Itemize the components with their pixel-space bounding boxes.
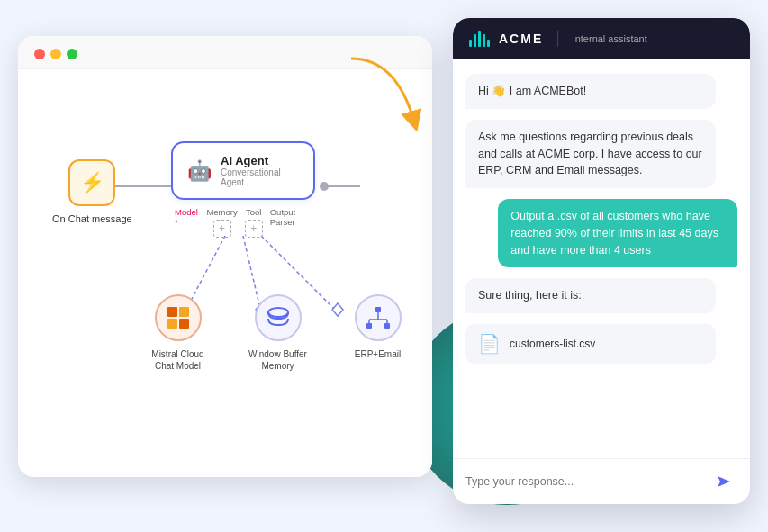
acme-logo (469, 31, 490, 47)
svg-rect-13 (167, 319, 177, 329)
svg-rect-14 (179, 319, 189, 329)
memory-sub-item: Memory + (206, 207, 237, 238)
agent-icon: 🤖 (187, 159, 212, 183)
bot-reply-message: Sure thing, here it is: (465, 278, 716, 313)
mistral-node: Mistral Cloud Chat Model (144, 294, 212, 372)
output-parser-sub-item: Output Parser (270, 207, 315, 227)
info-text: Ask me questions regarding previous deal… (478, 131, 702, 177)
erp-email-node: ERP+Email (344, 294, 411, 372)
file-icon: 📄 (478, 333, 501, 355)
buffer-icon (255, 294, 302, 341)
brand-name: ACME (499, 32, 543, 46)
output-parser-label: Output Parser (270, 207, 315, 227)
mistral-label: Mistral Cloud Chat Model (144, 348, 212, 372)
reply-text: Sure thing, here it is: (478, 289, 582, 302)
tool-label: Tool (246, 207, 261, 217)
chat-input[interactable] (465, 475, 703, 488)
chat-header: ACME internal assistant (453, 18, 750, 59)
model-sub-item: Model * (175, 207, 199, 227)
query-text: Output a .csv of all customers who have … (510, 210, 718, 257)
minimize-dot[interactable] (50, 49, 61, 59)
mistral-icon (155, 294, 202, 341)
filename: customers-list.csv (510, 338, 595, 350)
erp-label: ERP+Email (355, 348, 401, 360)
bar5 (487, 40, 490, 47)
bar1 (469, 40, 472, 47)
memory-label: Memory (206, 207, 237, 217)
bar3 (478, 31, 481, 47)
svg-rect-11 (167, 307, 177, 317)
send-button[interactable] (710, 468, 737, 495)
greeting-text: Hi 👋 I am ACMEBot! (478, 85, 586, 97)
model-label: Model * (175, 207, 199, 227)
trigger-icon: ⚡ (68, 159, 115, 206)
agent-subtitle: Conversational Agent (221, 167, 299, 187)
trigger-node: ⚡ On Chat message (52, 159, 132, 224)
workflow-canvas: ⚡ On Chat message 🤖 AI Agent Conversatio… (18, 69, 432, 473)
chat-panel: ACME internal assistant Hi 👋 I am ACMEBo… (453, 18, 750, 504)
workflow-connections-svg (18, 69, 432, 473)
buffer-memory-node: Window Buffer Memory (244, 294, 312, 372)
agent-box: 🤖 AI Agent Conversational Agent (171, 141, 315, 200)
header-subtitle: internal assistant (573, 33, 647, 44)
header-divider (557, 31, 558, 47)
tool-sub-item: Tool + (245, 207, 263, 238)
svg-rect-16 (375, 307, 381, 312)
svg-rect-12 (179, 307, 189, 317)
chat-messages: Hi 👋 I am ACMEBot! Ask me questions rega… (453, 59, 750, 458)
lightning-icon: ⚡ (80, 171, 104, 194)
erp-icon (355, 294, 402, 341)
window-controls (18, 36, 432, 69)
file-attachment: 📄 customers-list.csv (465, 324, 716, 364)
bar4 (483, 34, 485, 47)
agent-text: AI Agent Conversational Agent (221, 154, 299, 187)
svg-point-15 (268, 308, 288, 317)
buffer-label: Window Buffer Memory (244, 348, 312, 372)
svg-point-4 (320, 182, 329, 191)
agent-sub-row: Model * Memory + Tool + Output Parser (171, 207, 315, 238)
sub-nodes-row: Mistral Cloud Chat Model Window Buffer M… (144, 294, 411, 372)
bot-greeting-message: Hi 👋 I am ACMEBot! (465, 74, 716, 109)
agent-title: AI Agent (221, 154, 299, 167)
waveform-icon (469, 31, 490, 47)
workflow-card: ⚡ On Chat message 🤖 AI Agent Conversatio… (18, 36, 432, 477)
memory-add-button[interactable]: + (213, 220, 231, 238)
agent-node: 🤖 AI Agent Conversational Agent Model * … (171, 141, 315, 238)
bot-info-message: Ask me questions regarding previous deal… (465, 120, 716, 188)
close-dot[interactable] (34, 49, 45, 59)
chat-input-area (453, 458, 750, 504)
bar2 (474, 34, 476, 47)
maximize-dot[interactable] (67, 49, 77, 59)
svg-rect-17 (366, 323, 372, 329)
user-query-message: Output a .csv of all customers who have … (498, 199, 737, 267)
tool-add-button[interactable]: + (245, 220, 263, 238)
trigger-label: On Chat message (52, 213, 132, 224)
svg-rect-18 (384, 323, 390, 329)
